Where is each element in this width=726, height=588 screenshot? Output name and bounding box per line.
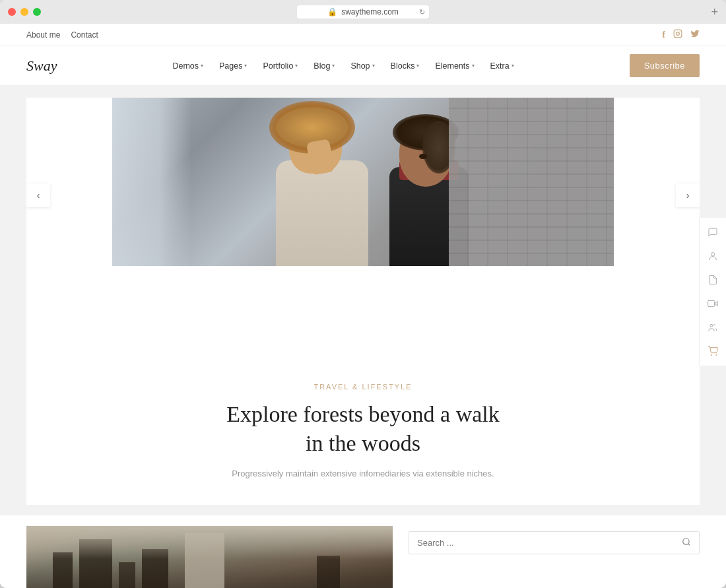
mac-titlebar: 🔒 swaytheme.com ↻ + [0,0,726,24]
chevron-icon: ▾ [201,63,203,69]
subscribe-button[interactable]: Subscribe [630,54,700,77]
toolbar-cart-icon[interactable] [700,339,726,363]
svg-marker-5 [715,302,718,306]
nav-item-blocks[interactable]: Blocks ▾ [384,57,426,75]
chevron-icon: ▾ [372,63,375,69]
nav-item-shop[interactable]: Shop ▾ [344,57,381,75]
chevron-icon: ▾ [295,63,298,69]
nav-item-elements[interactable]: Elements ▾ [428,57,480,75]
site-topbar: About me Contact f [0,24,726,46]
toolbar-video-icon[interactable] [700,292,726,315]
chevron-icon: ▾ [416,63,419,69]
topbar-social: f [662,29,700,40]
topbar-links: About me Contact [26,30,98,40]
refresh-icon[interactable]: ↻ [419,8,425,16]
hero-title: Explore forests beyond a walk in the woo… [224,400,502,458]
chevron-icon: ▾ [332,63,335,69]
toolbar-document-icon[interactable] [700,268,726,292]
right-toolbar [699,218,726,366]
search-button[interactable] [682,537,691,548]
slider-next-button[interactable]: › [676,183,700,207]
hero-category: TRAVEL & LIFESTYLE [224,383,502,391]
svg-point-3 [683,539,689,544]
mac-close-button[interactable] [8,8,16,16]
svg-point-4 [711,253,714,256]
nav-item-pages[interactable]: Pages ▾ [213,57,253,75]
mac-maximize-button[interactable] [33,8,41,16]
mac-window: 🔒 swaytheme.com ↻ + About me Contact f [0,0,726,588]
svg-point-7 [710,324,713,327]
nav-item-blog[interactable]: Blog ▾ [307,57,341,75]
svg-point-1 [676,32,680,36]
browser-content: About me Contact f [0,24,726,588]
mac-minimize-button[interactable] [20,8,28,16]
nav-item-demos[interactable]: Demos ▾ [166,57,210,75]
hero-excerpt: Progressively maintain extensive infomed… [224,467,502,481]
chevron-icon: ▾ [244,63,247,69]
chevron-icon: ▾ [512,63,514,69]
svg-point-2 [680,31,680,32]
svg-rect-6 [708,300,715,306]
url-bar[interactable]: 🔒 swaytheme.com ↻ [297,5,429,18]
sidebar-search [409,526,700,588]
slider-prev-button[interactable]: ‹ [26,183,50,207]
nav-menu: Demos ▾ Pages ▾ Portfolio ▾ Blog ▾ Shop [166,57,520,75]
url-lock-icon: 🔒 [327,7,337,16]
toolbar-user-icon[interactable] [700,244,726,268]
mac-buttons [8,8,41,16]
site-logo: Sway [26,57,57,75]
url-text: swaytheme.com [341,7,399,16]
site-nav: Sway Demos ▾ Pages ▾ Portfolio ▾ Blog ▾ [0,46,726,86]
chevron-icon: ▾ [472,63,475,69]
toolbar-chat-icon[interactable] [700,220,726,244]
contact-link[interactable]: Contact [71,30,98,40]
new-tab-button[interactable]: + [711,5,718,19]
nav-item-portfolio[interactable]: Portfolio ▾ [256,57,304,75]
hero-image-area: ‹ › [26,98,700,381]
svg-point-8 [711,354,711,355]
twitter-icon[interactable] [690,29,700,40]
nav-item-extra[interactable]: Extra ▾ [484,57,521,75]
hero-content-card: TRAVEL & LIFESTYLE Explore forests beyon… [198,362,528,505]
svg-rect-0 [674,30,682,38]
facebook-icon[interactable]: f [662,30,665,40]
about-me-link[interactable]: About me [26,30,60,40]
toolbar-group-icon[interactable] [700,315,726,339]
search-input[interactable] [417,538,682,548]
instagram-icon[interactable] [673,29,682,40]
svg-point-9 [716,354,717,355]
hero-slider: ‹ › TRAVEL & LIFESTYLE Explore forests b… [26,98,700,505]
bottom-image [26,526,393,588]
site-main: ‹ › TRAVEL & LIFESTYLE Explore forests b… [0,86,726,588]
search-box [409,531,700,554]
